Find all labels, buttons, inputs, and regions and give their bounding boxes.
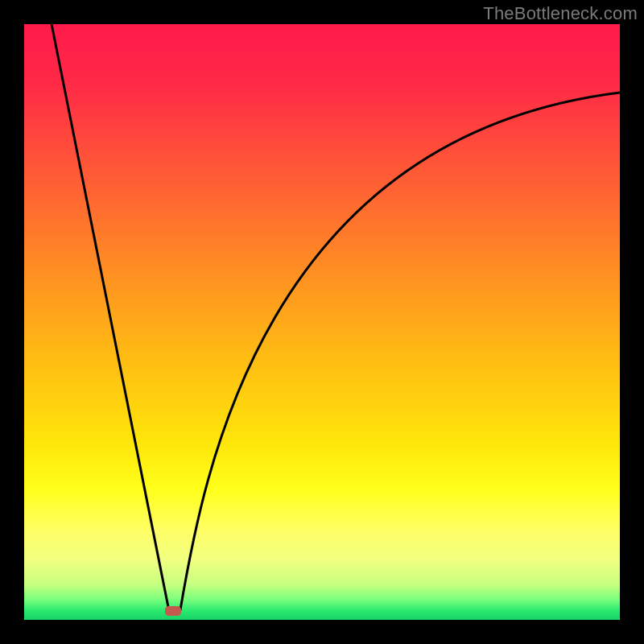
chart-frame: TheBottleneck.com bbox=[0, 0, 644, 644]
watermark-text: TheBottleneck.com bbox=[483, 3, 638, 24]
plot-canvas bbox=[24, 24, 620, 620]
plot-area bbox=[24, 24, 620, 620]
